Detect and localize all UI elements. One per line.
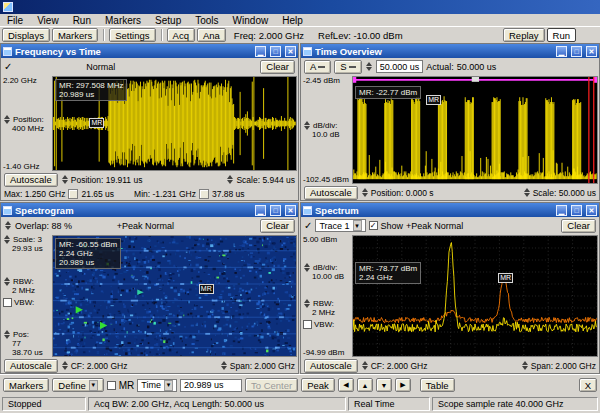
x-position-spinner[interactable] [61, 175, 69, 184]
x-position-spinner[interactable] [361, 188, 369, 197]
close-icon[interactable]: ✕ [586, 205, 597, 216]
dbdiv-spinner[interactable] [303, 121, 311, 130]
menu-run[interactable]: Run [66, 14, 98, 27]
pos-spinner[interactable] [3, 330, 11, 339]
marker-mr-checkbox[interactable] [107, 381, 116, 390]
panel-titlebar[interactable]: Time Overview ▁ □ ✕ [301, 44, 599, 58]
clear-button[interactable]: Clear [561, 219, 596, 233]
spectrogram-plot[interactable]: MR: -60.55 dBm 2.24 GHz 20.989 us MR [52, 235, 297, 357]
y-axis-column: -2.45 dBm dB/div: 10.0 dB -102.45 dBm [301, 75, 351, 185]
peak-down-button[interactable]: ▼ [376, 378, 392, 392]
autoscale-button[interactable]: Autoscale [304, 186, 358, 200]
menu-file[interactable]: File [0, 14, 30, 27]
close-icon[interactable]: ✕ [285, 205, 296, 216]
minimize-icon[interactable]: ▁ [556, 205, 567, 216]
menu-markers[interactable]: Markers [98, 14, 148, 27]
marker-mr-tag[interactable]: MR [498, 273, 513, 283]
menu-help[interactable]: Help [275, 14, 310, 27]
marker-domain-select[interactable]: Time ▾ [137, 379, 177, 392]
acq-button[interactable]: Acq [167, 28, 195, 42]
table-button[interactable]: Table [420, 378, 455, 392]
panel-titlebar[interactable]: Spectrogram ▁ □ ✕ [1, 203, 298, 217]
dbdiv-value[interactable]: 10.0 dB [303, 130, 350, 139]
clear-button[interactable]: Clear [260, 219, 295, 233]
close-icon[interactable]: ✕ [285, 46, 296, 57]
peak-button[interactable]: Peak [301, 378, 335, 392]
autoscale-button[interactable]: Autoscale [304, 359, 358, 373]
trace-enabled-icon[interactable]: ✓ [304, 221, 312, 231]
y-axis-min-label: -94.99 dBm [303, 348, 350, 357]
run-button[interactable]: Run [547, 28, 576, 42]
clear-button[interactable]: Clear [260, 60, 295, 74]
replay-button[interactable]: Replay [503, 28, 545, 42]
x-scale-spinner[interactable] [226, 175, 234, 184]
analysis-time-button[interactable]: A [304, 60, 331, 74]
dbdiv-spinner[interactable] [303, 263, 311, 272]
span-readout: Span: 2.000 GHz [230, 361, 295, 371]
maximize-icon[interactable]: □ [571, 205, 582, 216]
to-center-button[interactable]: To Center [245, 378, 298, 392]
spectrogram-panel: Spectrogram ▁ □ ✕ Overlap: 88 % +Peak No… [0, 202, 299, 374]
maximize-icon[interactable]: □ [270, 46, 281, 57]
marker-mr-tag[interactable]: MR [199, 284, 214, 294]
span-spinner[interactable] [521, 361, 529, 370]
maximize-icon[interactable]: □ [270, 205, 281, 216]
panel-titlebar[interactable]: Spectrum ▁ □ ✕ [301, 203, 599, 217]
marker-mr-tag[interactable]: MR [89, 118, 104, 128]
autoscale-button[interactable]: Autoscale [4, 359, 58, 373]
autoscale-button[interactable]: Autoscale [4, 173, 58, 187]
marker-value-field[interactable]: 20.989 us [180, 379, 242, 392]
peak-right-button[interactable]: ▶ [395, 378, 411, 392]
scale-spinner[interactable] [3, 235, 11, 244]
markers-close-button[interactable]: X [579, 378, 597, 392]
settings-button[interactable]: Settings [109, 28, 155, 42]
span-spinner[interactable] [220, 361, 228, 370]
markers-button[interactable]: Markers [3, 378, 49, 392]
cf-spinner[interactable] [61, 361, 69, 370]
dbdiv-value[interactable]: 10.00 dB [303, 272, 350, 281]
menu-setup[interactable]: Setup [148, 14, 188, 27]
x-scale-spinner[interactable] [523, 188, 531, 197]
rbw-spinner[interactable] [3, 277, 11, 286]
time-overview-plot[interactable]: MR: -22.77 dBm MR [352, 76, 598, 184]
show-checkbox[interactable]: ✓ [369, 221, 378, 230]
trace-select[interactable]: Trace 1 ▾ [315, 219, 365, 232]
spectrum-plot[interactable]: MR: -78.77 dBm 2.24 GHz MR [352, 235, 598, 357]
overlap-spinner[interactable] [4, 221, 12, 230]
frequency-vs-time-plot[interactable]: MR: 297.508 MHz 20.989 us MR [52, 76, 297, 171]
displays-button[interactable]: Displays [2, 28, 50, 42]
minimize-icon[interactable]: ▁ [556, 46, 567, 57]
trace-enabled-icon[interactable]: ✓ [4, 62, 12, 72]
peak-left-button[interactable]: ◀ [338, 378, 354, 392]
panel-titlebar[interactable]: Frequency vs Time ▁ □ ✕ [1, 44, 298, 58]
analysis-length-spinner[interactable] [365, 62, 373, 71]
menu-tools[interactable]: Tools [188, 14, 225, 27]
vbw-checkbox[interactable] [3, 298, 12, 307]
cf-spinner[interactable] [361, 361, 369, 370]
close-icon[interactable]: ✕ [586, 46, 597, 57]
scale-time-value: 29.93 us [3, 244, 50, 253]
analysis-length-field[interactable]: 50.000 us [376, 60, 424, 73]
minimize-icon[interactable]: ▁ [255, 46, 266, 57]
pos-value[interactable]: 77 [3, 339, 50, 348]
vbw-checkbox[interactable] [303, 320, 312, 329]
menu-view[interactable]: View [30, 14, 66, 27]
rbw-spinner[interactable] [303, 299, 311, 308]
rbw-value[interactable]: 2 MHz [3, 286, 50, 295]
position-spinner[interactable] [3, 115, 11, 124]
define-button[interactable]: Define ▾ [52, 378, 103, 392]
cf-readout: CF: 2.000 GHz [371, 361, 428, 371]
ana-button[interactable]: Ana [197, 28, 226, 42]
panel-toolbar: A S 50.000 us Actual: 50.000 us [301, 58, 599, 75]
maximize-icon[interactable]: □ [571, 46, 582, 57]
min-marker-button[interactable] [199, 189, 209, 199]
peak-up-button[interactable]: ▲ [357, 378, 373, 392]
menu-window[interactable]: Window [226, 14, 276, 27]
marker-mr-tag[interactable]: MR [426, 95, 441, 105]
markers-toolbar-button[interactable]: Markers [52, 28, 98, 42]
spectrum-time-button[interactable]: S [334, 60, 361, 74]
rbw-value[interactable]: 2 MHz [303, 308, 350, 317]
position-value[interactable]: 400 MHz [3, 124, 50, 133]
minimize-icon[interactable]: ▁ [255, 205, 266, 216]
max-marker-button[interactable] [68, 189, 78, 199]
